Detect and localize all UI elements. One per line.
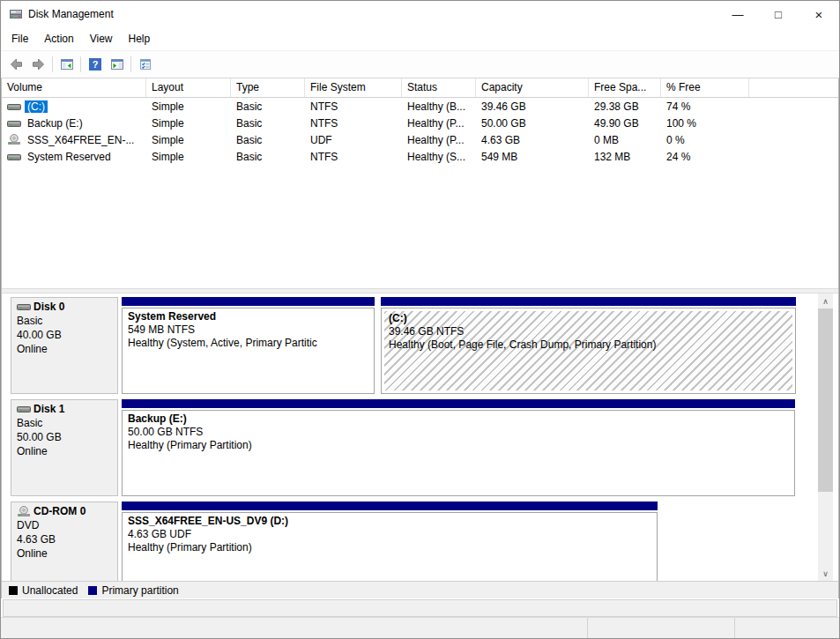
title-bar: Disk Management — □ × bbox=[1, 1, 839, 27]
console-tree-icon[interactable] bbox=[56, 54, 78, 75]
disk-management-window: Disk Management — □ × FileActionViewHelp… bbox=[0, 0, 840, 639]
disk-label[interactable]: Disk 1Basic50.00 GBOnline bbox=[11, 399, 118, 496]
partition-name: Backup (E:) bbox=[128, 412, 789, 425]
close-button[interactable]: × bbox=[799, 1, 839, 27]
volume-row[interactable]: System ReservedSimpleBasicNTFSHealthy (S… bbox=[2, 148, 838, 165]
volume-cell-volume: System Reserved bbox=[2, 151, 146, 163]
status-segment bbox=[735, 618, 839, 638]
partition-size: 50.00 GB NTFS bbox=[128, 426, 789, 438]
disk-info-line: Online bbox=[17, 445, 112, 457]
volume-row[interactable]: (C:)SimpleBasicNTFSHealthy (B...39.46 GB… bbox=[2, 98, 838, 115]
volume-cell-capacity: 39.46 GB bbox=[476, 100, 589, 113]
column-header-free-spa-[interactable]: Free Spa... bbox=[589, 78, 661, 97]
volume-cell-fs: UDF bbox=[305, 134, 402, 146]
menu-bar: FileActionViewHelp bbox=[1, 27, 839, 50]
partition-body[interactable]: (C:)39.46 GB NTFSHealthy (Boot, Page Fil… bbox=[381, 308, 796, 394]
column-header-%-free[interactable]: % Free bbox=[661, 78, 749, 97]
volume-cell-pct: 100 % bbox=[661, 117, 749, 130]
volume-cell-fs: NTFS bbox=[305, 151, 402, 163]
volume-cell-type: Basic bbox=[231, 134, 305, 146]
partition-body[interactable]: Backup (E:)50.00 GB NTFSHealthy (Primary… bbox=[122, 410, 795, 496]
action-pane-icon[interactable] bbox=[106, 54, 128, 75]
scroll-up-icon[interactable]: ∧ bbox=[818, 293, 833, 308]
forward-arrow-icon[interactable] bbox=[27, 54, 49, 75]
partition-body[interactable]: SSS_X64FREE_EN-US_DV9 (D:)4.63 GB UDFHea… bbox=[122, 512, 658, 581]
volume-row[interactable]: Backup (E:)SimpleBasicNTFSHealthy (P...5… bbox=[2, 115, 838, 131]
volume-cell-fs: NTFS bbox=[305, 117, 402, 130]
partition-block[interactable]: SSS_X64FREE_EN-US_DV9 (D:)4.63 GB UDFHea… bbox=[122, 502, 658, 581]
minimize-button[interactable]: — bbox=[717, 1, 758, 27]
hard-disk-icon bbox=[17, 404, 31, 414]
scroll-down-icon[interactable]: ∨ bbox=[818, 566, 833, 581]
menu-view[interactable]: View bbox=[82, 29, 121, 48]
volume-name-label[interactable]: SSS_X64FREE_EN-... bbox=[25, 134, 137, 146]
menu-action[interactable]: Action bbox=[36, 29, 81, 48]
properties-icon[interactable] bbox=[134, 54, 156, 75]
volume-name-label[interactable]: (C:) bbox=[25, 100, 48, 113]
disk-management-app-icon bbox=[9, 7, 23, 21]
status-segment bbox=[1, 618, 588, 638]
disk-row-disk-1: Disk 1Basic50.00 GBOnlineBackup (E:)50.0… bbox=[11, 399, 818, 496]
partition-color-bar bbox=[122, 399, 795, 408]
partition-size: 39.46 GB NTFS bbox=[389, 325, 788, 338]
partition-block[interactable]: (C:)39.46 GB NTFSHealthy (Boot, Page Fil… bbox=[381, 297, 796, 394]
toolbar-separator bbox=[52, 56, 53, 72]
column-header-file-system[interactable]: File System bbox=[305, 78, 402, 97]
status-segment bbox=[588, 618, 735, 638]
column-header-extra[interactable] bbox=[749, 78, 838, 97]
disk-info-line: 40.00 GB bbox=[17, 329, 112, 341]
vertical-scrollbar[interactable]: ∧ ∨ bbox=[818, 293, 833, 581]
volume-row[interactable]: SSS_X64FREE_EN-...SimpleBasicUDFHealthy … bbox=[2, 131, 838, 148]
menu-help[interactable]: Help bbox=[121, 29, 159, 48]
legend-color-swatch bbox=[88, 586, 97, 595]
volume-list-pane: VolumeLayoutTypeFile SystemStatusCapacit… bbox=[2, 78, 838, 288]
partition-block[interactable]: Backup (E:)50.00 GB NTFSHealthy (Primary… bbox=[122, 399, 795, 496]
console-status-bar bbox=[3, 599, 837, 617]
partition-status: Healthy (Boot, Page File, Crash Dump, Pr… bbox=[389, 338, 788, 351]
volume-cell-free: 49.90 GB bbox=[589, 117, 661, 130]
menu-file[interactable]: File bbox=[4, 29, 36, 48]
scrollbar-track[interactable] bbox=[818, 492, 833, 566]
column-header-layout[interactable]: Layout bbox=[146, 78, 231, 97]
partition-body[interactable]: System Reserved549 MB NTFSHealthy (Syste… bbox=[122, 308, 375, 394]
volume-cell-layout: Simple bbox=[146, 151, 231, 163]
column-header-capacity[interactable]: Capacity bbox=[476, 78, 589, 97]
partition-block[interactable]: System Reserved549 MB NTFSHealthy (Syste… bbox=[122, 297, 375, 394]
volume-cell-fs: NTFS bbox=[305, 100, 402, 113]
column-header-type[interactable]: Type bbox=[231, 78, 305, 97]
back-arrow-icon[interactable] bbox=[5, 54, 27, 75]
console-area: VolumeLayoutTypeFile SystemStatusCapacit… bbox=[1, 78, 839, 598]
volume-cell-pct: 24 % bbox=[661, 151, 749, 163]
column-header-status[interactable]: Status bbox=[402, 78, 476, 97]
help-icon[interactable]: ? bbox=[84, 54, 106, 75]
volume-cell-capacity: 549 MB bbox=[476, 151, 589, 163]
hard-disk-icon bbox=[7, 152, 21, 162]
volume-cell-free: 132 MB bbox=[589, 151, 661, 163]
partition-status: Healthy (System, Active, Primary Partiti… bbox=[128, 337, 368, 349]
scrollbar-thumb[interactable] bbox=[818, 308, 833, 492]
volume-cell-type: Basic bbox=[231, 151, 305, 163]
volume-name-label[interactable]: System Reserved bbox=[25, 151, 114, 163]
window-title: Disk Management bbox=[28, 8, 717, 20]
toolbar: ? bbox=[1, 50, 839, 78]
volume-cell-volume: Backup (E:) bbox=[2, 117, 146, 130]
partition-status: Healthy (Primary Partition) bbox=[128, 541, 651, 554]
volume-cell-free: 0 MB bbox=[589, 134, 661, 146]
disk-label[interactable]: Disk 0Basic40.00 GBOnline bbox=[11, 297, 118, 394]
column-header-volume[interactable]: Volume bbox=[2, 78, 146, 97]
partition-size: 4.63 GB UDF bbox=[128, 528, 651, 540]
volume-cell-layout: Simple bbox=[146, 117, 231, 130]
volume-cell-pct: 74 % bbox=[661, 100, 749, 113]
maximize-button[interactable]: □ bbox=[758, 1, 799, 27]
volume-table-header: VolumeLayoutTypeFile SystemStatusCapacit… bbox=[2, 78, 838, 98]
disk-name: Disk 1 bbox=[17, 403, 112, 415]
legend-label: Primary partition bbox=[101, 584, 178, 597]
volume-name-label[interactable]: Backup (E:) bbox=[25, 117, 85, 130]
disk-row-cd-rom-0: CD-ROM 0DVD4.63 GBOnlineSSS_X64FREE_EN-U… bbox=[11, 502, 818, 581]
disk-name: CD-ROM 0 bbox=[17, 505, 112, 517]
disk-label[interactable]: CD-ROM 0DVD4.63 GBOnline bbox=[11, 502, 118, 581]
disk-info-line: Basic bbox=[17, 417, 112, 429]
hard-disk-icon bbox=[17, 301, 31, 312]
volume-cell-type: Basic bbox=[231, 117, 305, 130]
partition-legend: UnallocatedPrimary partition bbox=[2, 581, 838, 598]
